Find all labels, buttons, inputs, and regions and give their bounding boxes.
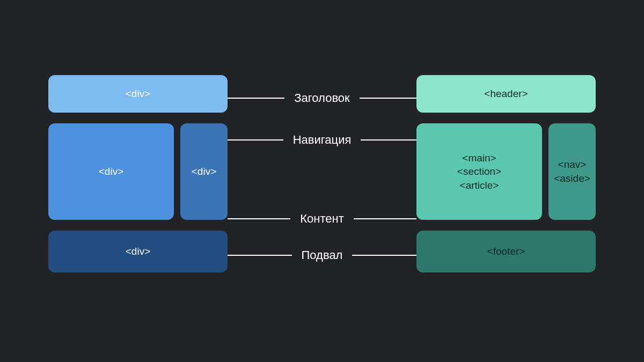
- left-header-label: <div>: [126, 87, 150, 101]
- right-header-label: <header>: [484, 87, 528, 101]
- label-content: Контент: [290, 212, 354, 226]
- left-header-block: <div>: [48, 75, 228, 113]
- left-main-block: <div>: [48, 123, 174, 220]
- label-row-content: Контент: [228, 212, 416, 226]
- right-footer-label: <footer>: [487, 245, 525, 258]
- left-nav-block: <div>: [180, 123, 228, 220]
- connector-line: [228, 98, 284, 99]
- right-footer-block: <footer>: [416, 231, 596, 272]
- label-row-header: Заголовок: [228, 91, 416, 105]
- diagram-container: <div> <div> <div> <div> <header> <main> …: [48, 75, 596, 290]
- connector-line: [228, 218, 290, 219]
- connector-line: [228, 139, 283, 141]
- connector-line: [360, 98, 416, 99]
- right-nav-block: <nav> <aside>: [548, 123, 596, 220]
- label-row-nav: Навигация: [228, 133, 416, 147]
- right-main-block: <main> <section> <article>: [416, 123, 542, 220]
- left-main-label: <div>: [99, 165, 123, 179]
- left-footer-label: <div>: [126, 245, 150, 258]
- right-header-block: <header>: [416, 75, 596, 113]
- right-nav-label: <nav> <aside>: [554, 158, 590, 185]
- connector-line: [354, 218, 416, 219]
- label-footer: Подвал: [292, 248, 353, 262]
- label-header: Заголовок: [284, 91, 359, 105]
- connector-line: [352, 255, 416, 256]
- connector-line: [361, 139, 416, 141]
- right-main-label: <main> <section> <article>: [457, 151, 501, 193]
- label-row-footer: Подвал: [228, 248, 416, 262]
- left-footer-block: <div>: [48, 231, 228, 272]
- left-nav-label: <div>: [192, 165, 216, 179]
- connector-line: [228, 255, 292, 256]
- label-nav: Навигация: [283, 133, 361, 147]
